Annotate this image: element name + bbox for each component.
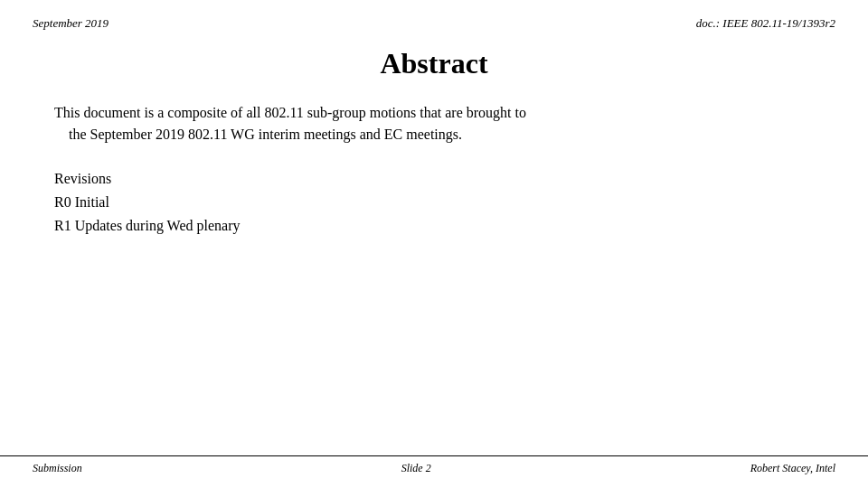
revisions-section: Revisions R0 Initial R1 Updates during W…	[0, 171, 868, 237]
footer: Submission Slide 2 Robert Stacey, Intel	[0, 455, 868, 475]
abstract-paragraph: This document is a composite of all 802.…	[54, 102, 814, 145]
header-date: September 2019	[33, 16, 108, 31]
header-doc-id: doc.: IEEE 802.11-19/1393r2	[696, 16, 835, 31]
footer-slide-number: Slide 2	[401, 462, 431, 475]
abstract-line2: the September 2019 802.11 WG interim mee…	[54, 127, 462, 142]
slide-title: Abstract	[0, 47, 868, 80]
slide-container: September 2019 doc.: IEEE 802.11-19/1393…	[0, 0, 868, 488]
header: September 2019 doc.: IEEE 802.11-19/1393…	[0, 0, 868, 31]
abstract-line1: This document is a composite of all 802.…	[54, 105, 526, 120]
revision-item-r0: R0 Initial	[54, 191, 814, 214]
footer-author: Robert Stacey, Intel	[750, 462, 835, 475]
content-section: This document is a composite of all 802.…	[0, 102, 868, 145]
footer-submission: Submission	[33, 462, 82, 475]
title-section: Abstract	[0, 47, 868, 80]
revision-item-r1: R1 Updates during Wed plenary	[54, 214, 814, 238]
revisions-label: Revisions	[54, 171, 814, 187]
